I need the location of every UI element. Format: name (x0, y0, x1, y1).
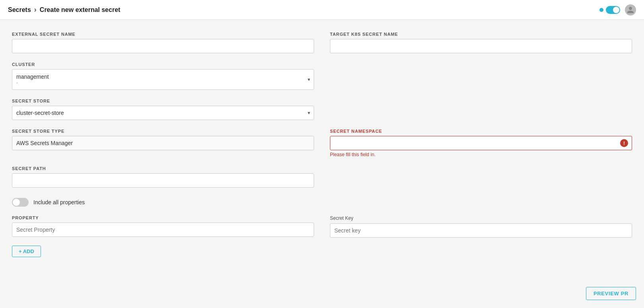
include-all-properties-toggle[interactable] (12, 198, 29, 207)
user-avatar[interactable] (625, 4, 636, 15)
secret-store-value: cluster-secret-store (16, 110, 299, 116)
secret-store-type-label: SECRET STORE TYPE (12, 129, 314, 134)
empty-col-1 (330, 62, 632, 99)
external-secret-name-input[interactable] (12, 39, 314, 53)
top-bar-right (599, 4, 636, 15)
secret-path-label: SECRET PATH (12, 166, 314, 171)
property-label: PROPERTY (12, 215, 314, 220)
add-button[interactable]: + ADD (12, 246, 41, 257)
secret-namespace-group: SECRET NAMESPACE ! Please fill this fiel… (330, 129, 632, 157)
cluster-select[interactable]: management - (12, 69, 314, 90)
cluster-group: CLUSTER management - ▾ (12, 62, 314, 90)
property-input[interactable] (12, 223, 314, 237)
form-row-4: SECRET STORE TYPE SECRET NAMESPACE ! Ple… (12, 129, 632, 166)
form-row-5: SECRET PATH (12, 166, 632, 196)
breadcrumb: Secrets › Create new external secret (8, 6, 120, 14)
cluster-select-wrapper: management - ▾ (12, 69, 314, 90)
cluster-subvalue: - (16, 80, 299, 85)
secret-store-type-input (12, 136, 314, 150)
secret-store-group: SECRET STORE cluster-secret-store ▾ (12, 99, 314, 120)
secret-key-input[interactable] (330, 223, 632, 238)
secret-store-label: SECRET STORE (12, 99, 314, 103)
secret-namespace-label: SECRET NAMESPACE (330, 129, 632, 134)
form-row-1: EXTERNAL SECRET NAME TARGET K8s SECRET N… (12, 32, 632, 62)
empty-col-2 (330, 99, 632, 129)
target-k8s-secret-name-input[interactable] (330, 39, 632, 53)
secret-path-group: SECRET PATH (12, 166, 314, 188)
secret-key-label: Secret Key (330, 215, 632, 221)
breadcrumb-separator: › (34, 6, 37, 14)
cluster-label: CLUSTER (12, 62, 314, 67)
secret-namespace-input[interactable] (330, 136, 632, 150)
target-k8s-secret-name-label: TARGET K8s SECRET NAME (330, 32, 632, 37)
secret-store-select[interactable]: cluster-secret-store (12, 106, 314, 120)
secret-namespace-error-message: Please fill this field in. (330, 152, 632, 157)
external-secret-name-group: EXTERNAL SECRET NAME (12, 32, 314, 53)
theme-toggle[interactable] (606, 6, 620, 14)
include-all-properties-label: Include all properties (33, 199, 85, 205)
error-icon: ! (620, 139, 628, 147)
secret-key-group: Secret Key (330, 215, 632, 238)
form-row-3: SECRET STORE cluster-secret-store ▾ (12, 99, 632, 129)
secret-store-type-group: SECRET STORE TYPE (12, 129, 314, 157)
secret-store-select-wrapper: cluster-secret-store ▾ (12, 106, 314, 120)
toggle-area (599, 6, 620, 14)
include-all-properties-row: Include all properties (12, 198, 632, 207)
status-dot (599, 8, 603, 12)
form-row-2: CLUSTER management - ▾ (12, 62, 632, 99)
cluster-value: management (16, 74, 299, 80)
external-secret-name-label: EXTERNAL SECRET NAME (12, 32, 314, 37)
page-title: Create new external secret (40, 6, 120, 14)
target-k8s-secret-name-group: TARGET K8s SECRET NAME (330, 32, 632, 53)
breadcrumb-secrets-link[interactable]: Secrets (8, 6, 31, 14)
preview-pr-button[interactable]: PREVIEW PR (586, 287, 636, 300)
secret-namespace-input-wrapper: ! (330, 136, 632, 150)
top-bar: Secrets › Create new external secret (0, 0, 644, 20)
property-row: PROPERTY Secret Key (12, 215, 632, 238)
main-content: EXTERNAL SECRET NAME TARGET K8s SECRET N… (0, 20, 644, 308)
property-group: PROPERTY (12, 215, 314, 238)
empty-col-3 (330, 166, 632, 196)
secret-path-input[interactable] (12, 173, 314, 188)
